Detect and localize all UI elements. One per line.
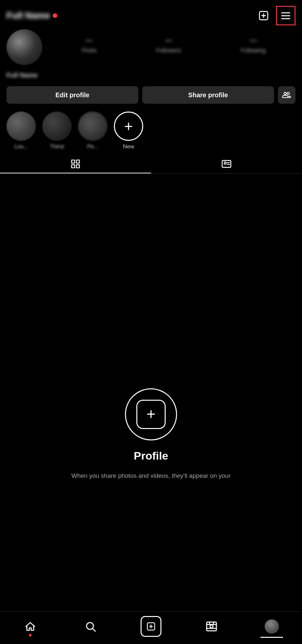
empty-add-button[interactable]: + [125, 388, 177, 440]
nav-home[interactable] [19, 615, 42, 638]
svg-rect-18 [207, 622, 216, 631]
tabs-row [0, 155, 302, 174]
menu-line [281, 15, 290, 16]
empty-plus-icon: + [136, 400, 166, 429]
menu-line [281, 18, 290, 19]
share-profile-button[interactable]: Share profile [142, 86, 274, 104]
svg-rect-7 [72, 165, 75, 168]
story-label-1: Lov... [15, 143, 28, 150]
following-count: ··· [250, 36, 257, 46]
nav-add[interactable] [140, 615, 162, 638]
action-buttons-row: Edit profile Share profile [0, 83, 302, 109]
story-item-1[interactable]: Lov... [7, 112, 36, 150]
profile-name-area: Full Name [0, 70, 302, 83]
svg-point-10 [224, 162, 226, 164]
menu-line [281, 12, 290, 13]
plus-icon: + [124, 119, 133, 134]
followers-label: Followers [156, 47, 181, 54]
profile-nav-avatar [265, 619, 279, 634]
empty-state-description: When you share photos and videos, they'l… [71, 471, 231, 481]
nav-reels[interactable] [200, 615, 223, 638]
avatar [7, 29, 42, 65]
stat-followers[interactable]: ··· Followers [156, 36, 181, 54]
add-friend-button[interactable] [278, 86, 295, 104]
profile-stats: ··· Posts ··· Followers ··· Following [0, 29, 302, 70]
story-thumb-2 [42, 112, 72, 141]
header: Full Name [0, 0, 302, 29]
story-label-2: Thirst [50, 143, 64, 150]
story-thumb-1 [7, 112, 36, 141]
posts-label: Posts [82, 47, 97, 54]
edit-profile-button[interactable]: Edit profile [7, 86, 138, 104]
tab-grid[interactable] [0, 155, 151, 173]
menu-button[interactable] [276, 6, 295, 25]
add-post-nav-icon [141, 616, 161, 637]
add-post-button[interactable] [255, 7, 272, 24]
story-new-item[interactable]: + New [114, 112, 143, 150]
avatar-container[interactable] [7, 29, 42, 65]
story-thumb-3 [78, 112, 107, 141]
empty-state-title: Profile [134, 449, 168, 462]
header-right [255, 6, 295, 25]
svg-point-19 [210, 625, 213, 628]
profile-display-name: Full Name [7, 72, 38, 79]
posts-count: ··· [86, 36, 93, 46]
story-item-2[interactable]: Thirst [42, 112, 72, 150]
followers-count: ··· [165, 36, 172, 46]
empty-state: + Profile When you share photos and vide… [0, 362, 302, 494]
header-left: Full Name [7, 10, 57, 21]
home-active-dot [29, 634, 32, 637]
stat-following[interactable]: ··· Following [241, 36, 266, 54]
tab-tagged[interactable] [151, 155, 302, 173]
svg-line-14 [93, 628, 95, 631]
following-label: Following [241, 47, 266, 54]
story-new-button[interactable]: + [114, 112, 143, 141]
svg-rect-8 [76, 165, 79, 168]
story-item-3[interactable]: Pe... [78, 112, 107, 150]
stats-container: ··· Posts ··· Followers ··· Following [52, 29, 295, 54]
plus-symbol: + [146, 406, 156, 422]
nav-search[interactable] [79, 615, 102, 638]
main-content-area [0, 174, 302, 362]
username-text: Full Name [7, 10, 50, 21]
profile-nav-underline [260, 637, 283, 638]
stat-posts[interactable]: ··· Posts [82, 36, 97, 54]
nav-profile[interactable] [260, 615, 283, 638]
bottom-nav [0, 611, 302, 644]
stories-row: Lov... Thirst Pe... + New [0, 109, 302, 154]
svg-rect-6 [76, 160, 79, 163]
svg-rect-5 [72, 160, 75, 163]
story-label-3: Pe... [87, 143, 99, 150]
live-dot [53, 13, 57, 18]
story-new-label: New [123, 143, 134, 150]
